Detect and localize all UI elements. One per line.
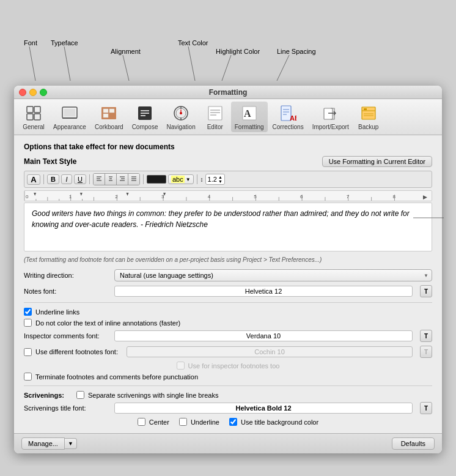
line-spacing-up[interactable]: ▲	[218, 175, 222, 179]
close-button[interactable]	[19, 89, 26, 96]
window-controls	[19, 89, 47, 96]
general-icon	[24, 103, 43, 123]
separate-scrivenings-checkbox[interactable]	[76, 391, 84, 399]
font-button[interactable]: A	[27, 174, 40, 185]
backup-icon	[359, 103, 378, 123]
scrivenings-title-font-row: Scrivenings title font: Helvetica Bold 1…	[24, 402, 432, 414]
navigation-icon	[171, 103, 191, 123]
toolbar-general[interactable]: General	[19, 102, 48, 132]
main-text-style-row: Main Text Style Use Formatting in Curren…	[24, 156, 432, 167]
compose-label: Compose	[132, 124, 158, 130]
notes-font-label: Notes font:	[24, 288, 109, 295]
toolbar-formatting[interactable]: A Formatting	[231, 102, 268, 132]
preview-text: Good writers have two things in common: …	[32, 209, 410, 229]
align-left-button[interactable]	[94, 174, 105, 185]
import-export-icon	[321, 103, 340, 123]
italic-button[interactable]: I	[61, 174, 72, 184]
inspector-comments-font-picker-button[interactable]: T	[420, 330, 432, 342]
center-checkbox-row: Center	[138, 418, 169, 426]
separator	[143, 174, 144, 184]
toolbar-appearance[interactable]: Appearance	[50, 102, 90, 132]
maximize-button[interactable]	[40, 89, 47, 96]
underline-links-checkbox[interactable]	[24, 308, 32, 316]
writing-direction-select[interactable]: Natural (use language settings)	[114, 269, 432, 281]
scrivenings-title-font-display: Helvetica Bold 12	[114, 403, 413, 414]
underline-checkbox[interactable]	[179, 418, 187, 426]
svg-text:5: 5	[254, 194, 257, 199]
use-for-inspector-row: Use for inspector footnotes too	[24, 362, 432, 370]
scrivenings-title-font-picker-button[interactable]: T	[420, 402, 432, 414]
terminate-footnotes-row: Terminate footnotes and comments before …	[24, 373, 432, 381]
toolbar-backup[interactable]: Backup	[354, 102, 383, 132]
text-color-annotation: Text Color	[178, 39, 208, 46]
defaults-button[interactable]: Defaults	[392, 437, 435, 450]
use-formatting-button[interactable]: Use Formatting in Current Editor	[322, 156, 432, 167]
use-for-inspector-checkbox	[177, 362, 185, 370]
different-footnotes-font-row: Use different footnotes font: Cochin 10 …	[24, 346, 432, 358]
minimize-button[interactable]	[29, 89, 37, 96]
text-color-swatch[interactable]	[147, 175, 166, 184]
underline-button[interactable]: U	[74, 174, 86, 184]
scrivenings-section: Scrivenings: Separate scrivenings with s…	[24, 391, 432, 426]
inspector-comments-font-display: Verdana 10	[114, 330, 413, 341]
use-title-background-checkbox[interactable]	[229, 418, 237, 426]
align-justify-button[interactable]	[128, 174, 139, 185]
no-color-annotations-checkbox[interactable]	[24, 319, 32, 327]
toolbar-corrections[interactable]: ABC Corrections	[269, 102, 307, 132]
inspector-comments-font-value: Verdana 10	[120, 332, 407, 340]
font-annotation: Font	[24, 39, 37, 46]
different-footnotes-checkbox-row: Use different footnotes font:	[24, 348, 122, 356]
separate-scrivenings-checkbox-row: Separate scrivenings with single line br…	[76, 391, 218, 399]
footnote-note: (Text formatting and footnote font can b…	[24, 256, 432, 263]
line-spacing-control: 1.2 ▲ ▼	[205, 174, 225, 185]
footnotes-font-picker-button[interactable]: T	[420, 346, 432, 358]
toolbar-editor[interactable]: Editor	[200, 102, 230, 132]
toolbar-import-export[interactable]: Import/Export	[309, 102, 353, 132]
appearance-label: Appearance	[53, 124, 86, 130]
notes-font-picker-button[interactable]: T	[420, 285, 432, 297]
editor-icon	[205, 103, 225, 123]
writing-direction-select-wrapper[interactable]: Natural (use language settings)	[114, 269, 432, 281]
toolbar-compose[interactable]: Compose	[128, 102, 162, 132]
window-title: Formatting	[209, 88, 248, 97]
highlight-color-annotation: Highlight Color	[216, 48, 260, 55]
svg-text:3: 3	[161, 194, 164, 199]
use-title-background-label: Use title background color	[241, 418, 318, 426]
main-text-style-label: Main Text Style	[24, 157, 76, 166]
ruler: 0 1 2 3 4 5 6 7 8	[24, 190, 432, 201]
terminate-footnotes-label: Terminate footnotes and comments before …	[35, 373, 198, 381]
bold-button[interactable]: B	[47, 174, 59, 184]
scrivenings-title-font-value: Helvetica Bold 12	[120, 404, 407, 412]
align-right-button[interactable]	[117, 174, 128, 185]
use-for-inspector-checkbox-row: Use for inspector footnotes too	[177, 362, 280, 370]
align-center-button[interactable]	[105, 174, 117, 185]
svg-text:4: 4	[208, 194, 211, 199]
terminate-footnotes-checkbox[interactable]	[24, 373, 32, 381]
separator	[89, 174, 90, 184]
separator	[197, 174, 197, 184]
line-spacing-down[interactable]: ▼	[218, 179, 222, 184]
different-footnotes-checkbox[interactable]	[24, 348, 32, 356]
titlebar: Formatting	[14, 86, 442, 99]
center-checkbox[interactable]	[138, 418, 145, 426]
manage-button[interactable]: Manage...	[21, 437, 65, 450]
inspector-comments-font-row: Inspector comments font: Verdana 10 T	[24, 330, 432, 342]
svg-rect-38	[324, 108, 333, 119]
manage-dropdown-button[interactable]: ▼	[65, 438, 77, 449]
svg-text:7: 7	[347, 194, 350, 199]
svg-text:0: 0	[26, 194, 29, 199]
line-spacing-annotation: Line Spacing	[277, 48, 316, 55]
toolbar-navigation[interactable]: Navigation	[163, 102, 199, 132]
line-spacing-value: 1.2	[208, 176, 217, 183]
separate-scrivenings-label: Separate scrivenings with single line br…	[88, 392, 218, 399]
highlight-color-control[interactable]: abc ▼	[168, 174, 194, 184]
notes-font-display: Helvetica 12	[114, 286, 413, 297]
underline-links-label: Underline links	[35, 308, 79, 316]
svg-rect-9	[34, 114, 40, 120]
navigation-label: Navigation	[166, 124, 195, 130]
toolbar-corkboard[interactable]: Corkboard	[91, 102, 127, 132]
alignment-annotation: Alignment	[111, 48, 141, 55]
corkboard-label: Corkboard	[95, 124, 123, 130]
svg-text:1: 1	[69, 194, 72, 199]
svg-text:▶: ▶	[423, 194, 427, 200]
